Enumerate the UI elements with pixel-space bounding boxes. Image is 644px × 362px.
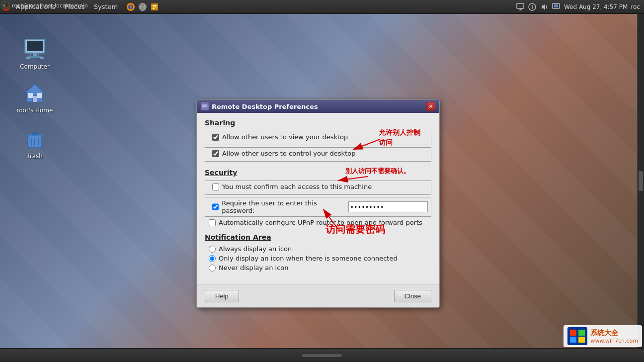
volume-icon[interactable] <box>539 2 549 12</box>
never-display-radio[interactable] <box>209 265 216 272</box>
sharing-title: Sharing <box>205 119 431 127</box>
scrollbar[interactable] <box>637 14 644 348</box>
svg-rect-25 <box>27 41 43 51</box>
require-password-label: Require the user to enter this password: <box>222 199 345 214</box>
svg-rect-29 <box>26 57 30 59</box>
svg-rect-31 <box>33 53 37 56</box>
confirm-access-container: You must confirm each access to this mac… <box>205 181 431 195</box>
svg-rect-49 <box>570 330 576 336</box>
always-display-label: Always display an icon <box>219 245 292 253</box>
computer-icon-img <box>23 37 47 61</box>
trash-icon[interactable]: Trash <box>15 127 55 160</box>
svg-rect-51 <box>570 337 576 343</box>
security-section: Security You must confirm each access to… <box>205 169 431 226</box>
control-desktop-label: Allow other users to control your deskto… <box>222 150 355 157</box>
watermark-logo <box>567 327 587 345</box>
svg-rect-19 <box>554 4 558 7</box>
terminal-title: root@localhost.localdomain <box>12 2 88 9</box>
view-desktop-row: Allow other users to view your desktop <box>212 133 428 141</box>
firefox-icon[interactable] <box>126 2 136 12</box>
svg-rect-30 <box>40 57 44 59</box>
dialog-title: Remote Desktop Preferences <box>212 103 318 110</box>
notification-section: Notification Area Always display an icon… <box>205 233 431 272</box>
svg-rect-50 <box>578 330 585 336</box>
watermark-text-block: 系统大全 www.win7cn.com <box>590 329 638 344</box>
dialog-title-left: Remote Desktop Preferences <box>201 102 318 110</box>
only-display-label: Only display an icon when there is someo… <box>219 255 398 262</box>
only-display-row: Only display an icon when there is someo… <box>209 255 431 262</box>
svg-rect-35 <box>37 93 42 98</box>
confirm-access-row: You must confirm each access to this mac… <box>212 183 428 190</box>
scrollbar-thumb[interactable] <box>639 171 643 191</box>
upnp-row: Automatically configure UPnP router to o… <box>209 219 431 226</box>
globe-icon[interactable] <box>138 2 148 12</box>
security-title: Security <box>205 169 431 177</box>
never-display-row: Never display an icon <box>209 264 431 272</box>
notification-title: Notification Area <box>205 233 431 241</box>
svg-marker-17 <box>542 4 545 10</box>
never-display-label: Never display an icon <box>219 264 288 272</box>
taskbar-top: Applications Places System <box>0 0 644 14</box>
sharing-checkbox2-container: Allow other users to control your deskto… <box>205 147 431 162</box>
taskbar-center <box>122 2 515 12</box>
system-label: System <box>94 3 118 10</box>
watermark-line1: 系统大全 <box>590 329 638 338</box>
home-icon[interactable]: root's Home <box>15 81 55 114</box>
svg-rect-52 <box>578 337 585 343</box>
taskbar-bottom-center <box>302 354 342 357</box>
trash-label: Trash <box>27 153 43 160</box>
only-display-radio[interactable] <box>209 255 216 262</box>
control-desktop-checkbox[interactable] <box>212 150 219 157</box>
svg-rect-12 <box>517 3 524 8</box>
svg-rect-38 <box>32 132 38 135</box>
network-icon[interactable]: i <box>527 2 537 12</box>
dialog-close-button[interactable]: ✕ <box>426 102 435 111</box>
svg-rect-43 <box>202 104 207 107</box>
watermark: 系统大全 www.win7cn.com <box>564 325 642 347</box>
password-row: Require the user to enter this password: <box>212 199 428 214</box>
dialog-titlebar: Remote Desktop Preferences ✕ <box>197 100 439 113</box>
upnp-label: Automatically configure UPnP router to o… <box>219 219 422 226</box>
home-icon-img <box>23 81 47 105</box>
taskbar-bottom <box>0 348 644 362</box>
edit-icon[interactable] <box>150 2 160 12</box>
always-display-radio[interactable] <box>209 246 216 253</box>
datetime: Wed Aug 27, 4:57 PM <box>564 3 628 10</box>
dialog-content: Sharing Allow other users to view your d… <box>197 113 439 284</box>
trash-icon-img <box>23 127 47 151</box>
remote-desktop-dialog: Remote Desktop Preferences ✕ Sharing All… <box>196 99 440 308</box>
desktop: Applications Places System <box>0 0 644 362</box>
close-button[interactable]: Close <box>394 290 431 302</box>
svg-text:i: i <box>531 4 533 10</box>
svg-text:$_: $_ <box>3 3 8 8</box>
system-menu[interactable]: System <box>90 2 122 11</box>
display-icon[interactable] <box>551 2 561 12</box>
control-desktop-row: Allow other users to control your deskto… <box>212 150 428 157</box>
computer-icon[interactable]: Computer <box>15 37 55 70</box>
sharing-checkbox1-container: Allow other users to view your desktop <box>205 131 431 145</box>
watermark-line2: www.win7cn.com <box>590 338 638 344</box>
sharing-section: Sharing Allow other users to view your d… <box>205 119 431 162</box>
monitor-icon[interactable] <box>515 2 525 12</box>
view-desktop-checkbox[interactable] <box>212 134 219 141</box>
confirm-access-label: You must confirm each access to this mac… <box>222 183 372 190</box>
upnp-checkbox[interactable] <box>209 219 216 226</box>
computer-label: Computer <box>20 63 50 70</box>
password-row-container: Require the user to enter this password: <box>205 197 431 217</box>
home-label: root's Home <box>17 107 53 114</box>
password-input[interactable] <box>348 201 428 212</box>
confirm-access-checkbox[interactable] <box>212 183 219 190</box>
view-desktop-label: Allow other users to view your desktop <box>222 133 348 141</box>
svg-rect-34 <box>28 93 33 98</box>
always-display-row: Always display an icon <box>209 245 431 253</box>
username: roc <box>631 3 640 10</box>
system-tray: i <box>515 2 561 12</box>
terminal-icon: $_ <box>1 1 10 10</box>
require-password-checkbox[interactable] <box>212 203 219 210</box>
dialog-icon <box>201 102 209 110</box>
help-button[interactable]: Help <box>205 290 239 302</box>
svg-rect-28 <box>28 56 42 58</box>
dialog-buttons: Help Close <box>197 284 439 307</box>
svg-rect-33 <box>33 96 37 102</box>
taskbar-right: i Wed Aug 27, 4:5 <box>515 2 644 12</box>
